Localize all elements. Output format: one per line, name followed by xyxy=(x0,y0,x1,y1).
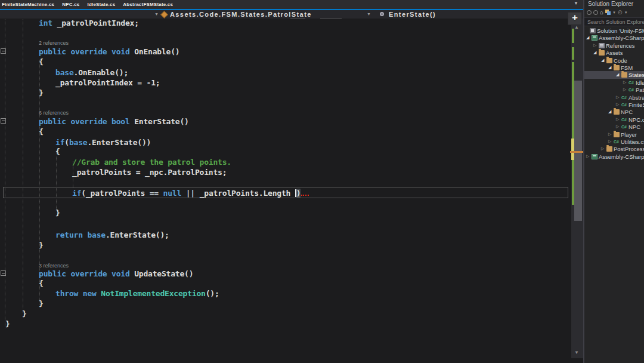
tree-item-states[interactable]: ◢States xyxy=(584,71,644,79)
tree-item-label: NPC xyxy=(621,109,633,115)
indent-guide xyxy=(56,150,57,209)
document-tab[interactable]: FiniteStateMachine.cs xyxy=(0,0,60,9)
tree-item-label: IdleState.cs xyxy=(636,79,644,86)
code-line[interactable]: public override void OnEnable() xyxy=(39,48,179,56)
code-token: ) xyxy=(296,189,301,198)
code-line[interactable]: if(_patrolPoints == null || _patrolPoint… xyxy=(72,188,309,198)
outline-collapse-box[interactable] xyxy=(1,270,6,276)
search-solution-explorer-input[interactable] xyxy=(584,17,644,26)
expand-arrow-icon[interactable]: ▷ xyxy=(616,95,619,100)
document-tab[interactable]: AbstractFSMState.cs xyxy=(121,0,179,9)
tree-item-finitestatemachine-cs[interactable]: ▷C#FiniteStateMachine.cs xyxy=(584,101,644,109)
tree-item-abstractfsmstate-cs[interactable]: ▷C#AbstractFSMState.cs xyxy=(584,94,644,101)
code-line[interactable]: } xyxy=(22,310,27,318)
code-line[interactable]: public override void UpdateState() xyxy=(39,270,193,278)
code-line[interactable]: } xyxy=(39,300,44,308)
tree-item-player[interactable]: ▷Player xyxy=(584,131,644,139)
tree-item-patrolstate-cs[interactable]: ▷C#PatrolState.cs xyxy=(584,86,644,94)
scrollbar-down-arrow[interactable]: ▼ xyxy=(574,350,579,355)
collapse-arrow-icon[interactable]: ◢ xyxy=(593,50,596,55)
code-line[interactable]: public override bool EnterState() xyxy=(39,118,189,126)
tree-item-label: Code xyxy=(614,57,627,64)
saved-changes-marker xyxy=(572,47,574,60)
back-icon[interactable] xyxy=(587,10,592,15)
expand-arrow-icon[interactable]: ▷ xyxy=(608,132,611,137)
tree-item-label: PatrolState.cs xyxy=(636,87,644,93)
expand-arrow-icon[interactable]: ▷ xyxy=(616,102,619,107)
codelens-references[interactable]: 3 references xyxy=(39,262,69,270)
breadcrumb-member-dropdown[interactable]: EnterState() xyxy=(389,10,436,19)
sync-with-active-document-icon[interactable] xyxy=(605,10,611,15)
collapse-arrow-icon[interactable]: ◢ xyxy=(608,109,611,114)
code-line[interactable]: { xyxy=(39,58,44,66)
collapse-arrow-icon[interactable]: ◢ xyxy=(586,35,589,40)
expand-arrow-icon[interactable]: ▷ xyxy=(616,124,619,129)
tree-item-npc[interactable]: ◢NPC xyxy=(584,108,644,116)
code-token: public override void xyxy=(39,47,130,56)
forward-icon[interactable] xyxy=(593,10,598,15)
chevron-down-icon[interactable]: ▼ xyxy=(624,11,628,14)
tree-item-assembly-csharp[interactable]: ◢Assembly-CSharp xyxy=(584,34,644,42)
breadcrumb-scope-dropdown[interactable]: Assets.Code.FSM.States.PatrolState xyxy=(170,10,312,19)
split-window-button[interactable]: + xyxy=(568,12,582,25)
tree-item-postprocess[interactable]: ▷PostProcess xyxy=(584,145,644,153)
code-line[interactable]: { xyxy=(55,147,60,156)
scope-dropdown-icon[interactable]: ▼ xyxy=(367,12,371,16)
code-line[interactable]: return base.EnterState(); xyxy=(55,231,169,239)
tab-list-dropdown-icon[interactable]: ▼ xyxy=(574,1,578,6)
tree-item-npc-cs[interactable]: ▷C#NPC.cs xyxy=(584,116,644,124)
code-line[interactable]: //Grab and store the patrol points. xyxy=(72,158,231,167)
tree-item-fsm[interactable]: ◢FSM xyxy=(584,64,644,72)
pending-changes-filter-icon[interactable]: ◴ xyxy=(618,10,623,15)
code-editor[interactable]: int _patrolPointIndex;2 referencespublic… xyxy=(0,19,571,363)
folder-icon xyxy=(599,50,605,56)
code-line[interactable]: throw new NotImplementedException(); xyxy=(55,290,219,298)
code-line[interactable]: { xyxy=(39,279,44,288)
expand-arrow-icon[interactable]: ▷ xyxy=(608,139,611,144)
code-line[interactable]: } xyxy=(39,241,44,250)
codelens-references[interactable]: 6 references xyxy=(39,109,69,117)
tree-item-references[interactable]: ▷References xyxy=(584,42,644,50)
outline-collapse-box[interactable] xyxy=(1,48,6,54)
code-line[interactable]: } xyxy=(55,209,60,217)
tree-item-assets[interactable]: ◢Assets xyxy=(584,49,644,57)
document-tab[interactable]: NPC.cs xyxy=(60,0,85,9)
expand-arrow-icon[interactable]: ▷ xyxy=(623,80,626,85)
editor-vertical-scrollbar[interactable]: ▲ ▼ xyxy=(571,19,583,358)
code-line[interactable]: _patrolPoints = _npc.PatrolPoints; xyxy=(72,168,227,177)
project-dropdown-icon[interactable]: ▼ xyxy=(154,12,159,16)
expand-arrow-icon[interactable]: ▷ xyxy=(593,43,596,48)
code-line[interactable]: } xyxy=(39,89,44,97)
code-token: //Grab and store the patrol points. xyxy=(72,158,231,167)
document-tab[interactable]: IdleState.cs xyxy=(85,0,121,9)
codelens-references[interactable]: 2 references xyxy=(39,39,69,47)
expand-arrow-icon[interactable]: ▷ xyxy=(623,87,626,92)
chevron-down-icon[interactable]: ▼ xyxy=(612,11,616,14)
collapse-arrow-icon[interactable]: ◢ xyxy=(616,72,619,77)
code-line[interactable]: int _patrolPointIndex; xyxy=(39,19,139,27)
expand-arrow-icon[interactable]: ▷ xyxy=(601,146,604,151)
scrollbar-up-arrow[interactable]: ▲ xyxy=(574,24,579,30)
tree-item-idlestate-cs[interactable]: ▷C#IdleState.cs xyxy=(584,79,644,87)
collapse-arrow-icon[interactable]: ◢ xyxy=(601,58,604,63)
tree-item-code[interactable]: ◢Code xyxy=(584,57,644,64)
code-token: return xyxy=(55,230,83,239)
code-line[interactable]: _patrolPointIndex = -1; xyxy=(55,79,160,87)
folder-icon xyxy=(614,132,620,137)
expand-arrow-icon[interactable]: ▷ xyxy=(616,117,619,122)
outline-collapse-box[interactable] xyxy=(1,118,6,124)
tree-item-solution-unity-fsm[interactable]: Solution 'Unity-FSM' ( xyxy=(584,27,644,35)
code-token: == xyxy=(150,189,159,198)
code-line[interactable]: } xyxy=(5,320,10,328)
code-line[interactable]: if(base.EnterState()) xyxy=(55,139,151,147)
expand-arrow-icon[interactable]: ▷ xyxy=(586,154,589,159)
code-line[interactable]: base.OnEnable(); xyxy=(55,69,128,77)
tree-item-npc[interactable]: ▷C#NPC xyxy=(584,123,644,131)
code-token: int xyxy=(39,19,52,27)
home-icon[interactable]: ⌂ xyxy=(600,10,603,16)
saved-changes-marker xyxy=(572,29,574,43)
code-line[interactable]: { xyxy=(39,128,44,136)
collapse-arrow-icon[interactable]: ◢ xyxy=(608,65,611,70)
tree-item-utilities-cs[interactable]: ▷C#Utilities.cs xyxy=(584,138,644,146)
tree-item-assembly-csharp[interactable]: ▷Assembly-CSharp xyxy=(584,153,644,161)
